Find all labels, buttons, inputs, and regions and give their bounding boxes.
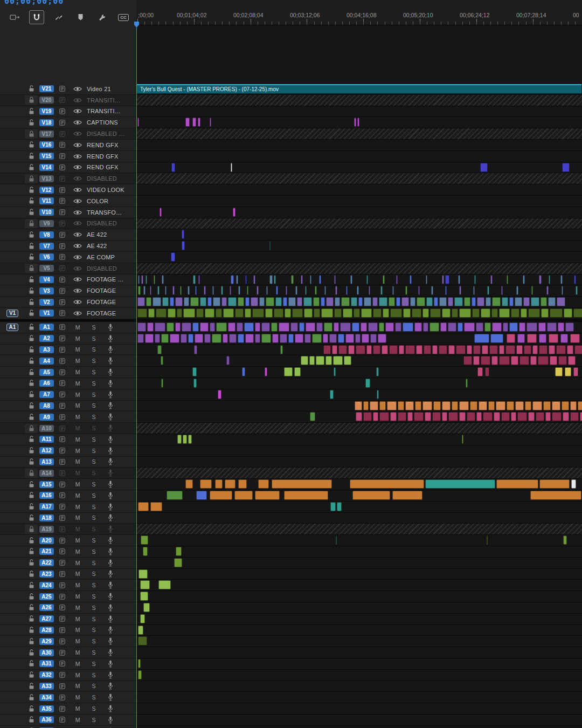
clip[interactable] xyxy=(210,491,232,500)
toggle-track-output-icon[interactable] xyxy=(70,288,85,293)
track-target-badge[interactable]: A14 xyxy=(39,470,54,477)
track-lane-V3[interactable] xyxy=(136,285,582,297)
sync-lock-icon[interactable] xyxy=(56,142,70,148)
clip[interactable] xyxy=(499,345,504,354)
track-lock-icon[interactable] xyxy=(25,671,38,678)
clip[interactable] xyxy=(538,356,549,365)
voiceover-record-icon[interactable] xyxy=(102,514,119,521)
clip[interactable] xyxy=(541,297,547,306)
clip[interactable] xyxy=(417,297,425,306)
clip[interactable] xyxy=(426,297,433,306)
track-target-badge[interactable]: A18 xyxy=(39,514,54,521)
voiceover-record-icon[interactable] xyxy=(102,324,119,331)
track-target-badge[interactable]: A1 xyxy=(39,324,54,331)
clip[interactable] xyxy=(228,322,235,332)
track-lock-icon[interactable] xyxy=(25,129,38,139)
toggle-track-output-icon[interactable] xyxy=(70,108,85,114)
clip[interactable] xyxy=(192,322,199,332)
track-lock-icon[interactable] xyxy=(25,253,38,260)
clip[interactable] xyxy=(464,297,470,306)
track-target-badge[interactable]: V10 xyxy=(39,209,54,216)
clip[interactable] xyxy=(563,412,569,421)
clip[interactable] xyxy=(274,275,276,284)
clip[interactable] xyxy=(312,334,322,343)
clip[interactable] xyxy=(511,412,516,421)
track-lock-icon[interactable] xyxy=(25,187,38,194)
clip[interactable] xyxy=(210,118,211,127)
clip[interactable] xyxy=(316,356,324,365)
clip[interactable] xyxy=(489,345,498,354)
clip[interactable] xyxy=(204,334,211,343)
clip[interactable] xyxy=(364,297,371,306)
sync-lock-icon[interactable] xyxy=(56,187,70,193)
clip[interactable] xyxy=(279,322,289,332)
sync-lock-icon[interactable] xyxy=(56,638,70,644)
track-target-badge[interactable]: A6 xyxy=(39,380,54,387)
clip[interactable] xyxy=(340,322,351,332)
playhead[interactable] xyxy=(136,22,137,728)
solo-button[interactable]: S xyxy=(85,324,102,331)
clip[interactable] xyxy=(452,401,458,410)
track-target-badge[interactable]: V7 xyxy=(39,243,54,250)
track-lane-A5[interactable] xyxy=(136,367,582,378)
clip[interactable] xyxy=(487,286,489,295)
clip[interactable] xyxy=(526,322,537,332)
clip[interactable] xyxy=(557,297,565,306)
clip[interactable] xyxy=(490,275,493,284)
track-lane-V19[interactable] xyxy=(136,106,582,118)
clip[interactable] xyxy=(244,322,254,332)
mute-button[interactable]: M xyxy=(70,448,85,454)
clip[interactable] xyxy=(538,322,546,332)
track-target-badge[interactable]: A30 xyxy=(39,649,54,656)
clip[interactable] xyxy=(480,163,488,172)
clip[interactable] xyxy=(237,322,243,332)
toggle-track-output-icon[interactable] xyxy=(70,210,85,215)
clip[interactable] xyxy=(299,322,304,332)
sync-lock-icon[interactable] xyxy=(56,605,70,610)
solo-button[interactable]: S xyxy=(85,672,102,678)
toggle-track-output-icon[interactable] xyxy=(70,86,85,92)
clip[interactable] xyxy=(137,308,147,318)
track-target-badge[interactable]: V15 xyxy=(39,153,54,160)
track-lock-icon[interactable] xyxy=(25,481,38,488)
clip[interactable] xyxy=(483,412,493,421)
clip[interactable] xyxy=(158,580,171,589)
track-lane-A17[interactable] xyxy=(136,502,582,513)
solo-button[interactable]: S xyxy=(85,694,102,700)
voiceover-record-icon[interactable] xyxy=(102,615,119,623)
clip[interactable] xyxy=(334,308,342,318)
clip[interactable] xyxy=(473,286,475,295)
clip[interactable] xyxy=(410,275,412,284)
clip[interactable] xyxy=(204,286,206,295)
voiceover-record-icon[interactable] xyxy=(102,368,119,376)
clip[interactable] xyxy=(177,308,182,318)
clip[interactable] xyxy=(176,547,182,556)
clip[interactable] xyxy=(157,345,162,354)
clip[interactable] xyxy=(292,308,303,318)
clip[interactable] xyxy=(266,286,268,295)
clip[interactable] xyxy=(137,334,144,343)
track-lock-icon[interactable] xyxy=(25,683,38,690)
sync-lock-icon[interactable] xyxy=(56,436,70,442)
clip[interactable] xyxy=(379,297,387,306)
clip[interactable] xyxy=(459,412,466,421)
clip[interactable] xyxy=(324,286,326,295)
clip[interactable] xyxy=(269,241,271,250)
track-lock-icon[interactable] xyxy=(25,369,38,376)
clip[interactable] xyxy=(210,322,215,332)
toggle-track-output-icon[interactable] xyxy=(70,154,85,159)
solo-button[interactable]: S xyxy=(85,548,102,555)
clip[interactable] xyxy=(426,275,427,284)
clip[interactable] xyxy=(376,367,379,376)
track-lane-A28[interactable] xyxy=(136,625,582,636)
clip[interactable] xyxy=(530,491,581,500)
solo-button[interactable]: S xyxy=(85,380,102,387)
track-target-badge[interactable]: A15 xyxy=(39,481,54,488)
track-target-badge[interactable]: A21 xyxy=(39,548,54,555)
solo-button[interactable]: S xyxy=(85,504,102,510)
clip[interactable] xyxy=(304,334,311,343)
track-lane-V1[interactable] xyxy=(136,308,582,319)
clip[interactable] xyxy=(245,334,254,343)
clip[interactable] xyxy=(550,356,557,365)
voiceover-record-icon[interactable] xyxy=(102,402,119,409)
